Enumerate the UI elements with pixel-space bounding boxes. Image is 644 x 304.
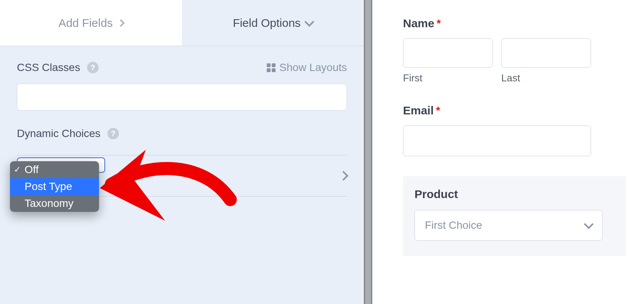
builder-tabs: Add Fields Field Options [0,0,364,46]
product-select[interactable]: First Choice [414,210,603,241]
first-sublabel: First [403,72,493,84]
css-classes-input[interactable] [17,84,347,111]
tab-label: Field Options [233,17,301,30]
dynamic-choices-section: Dynamic Choices ? [0,111,364,140]
name-field: Name * First Last [403,17,644,84]
product-field: Product First Choice [403,176,626,256]
divider [17,155,347,155]
show-layouts-button[interactable]: Show Layouts [267,61,347,74]
email-field: Email * [403,104,644,156]
dropdown-option-off[interactable]: Off [10,161,99,178]
help-icon[interactable]: ? [107,128,119,139]
dynamic-choices-dropdown[interactable]: Off Post Type Taxonomy [10,161,99,212]
tab-field-options[interactable]: Field Options [182,0,364,46]
tab-add-fields[interactable]: Add Fields [0,0,182,46]
email-input[interactable] [403,126,591,156]
email-label: Email [403,104,434,117]
first-name-input[interactable] [403,38,493,68]
option-label: Taxonomy [25,197,74,210]
show-layouts-label: Show Layouts [279,61,347,74]
product-selected: First Choice [425,219,482,231]
last-name-input[interactable] [501,38,591,68]
name-label: Name [403,17,434,30]
chevron-down-icon [584,219,593,229]
css-classes-section: CSS Classes ? Show Layouts [0,46,364,111]
panel-resize-handle[interactable] [364,0,372,304]
last-sublabel: Last [501,72,591,84]
form-preview: Name * First Last Email * [372,0,644,304]
annotation-arrow-icon [88,138,242,230]
chevron-right-icon [117,19,125,27]
product-label: Product [414,188,458,201]
help-icon[interactable]: ? [87,62,99,73]
option-label: Post Type [25,180,72,193]
dropdown-option-taxonomy[interactable]: Taxonomy [10,195,99,212]
grid-icon [267,63,276,72]
required-icon: * [437,17,441,30]
css-classes-label: CSS Classes [17,61,80,74]
dropdown-option-post-type[interactable]: Post Type [10,178,99,195]
chevron-down-icon [305,17,314,26]
required-icon: * [436,104,440,117]
option-label: Off [25,164,39,176]
dynamic-choices-label: Dynamic Choices [17,127,101,140]
field-options-panel: Add Fields Field Options CSS Classes ? S… [0,0,364,304]
chevron-right-icon [339,171,348,180]
tab-label: Add Fields [58,17,113,30]
